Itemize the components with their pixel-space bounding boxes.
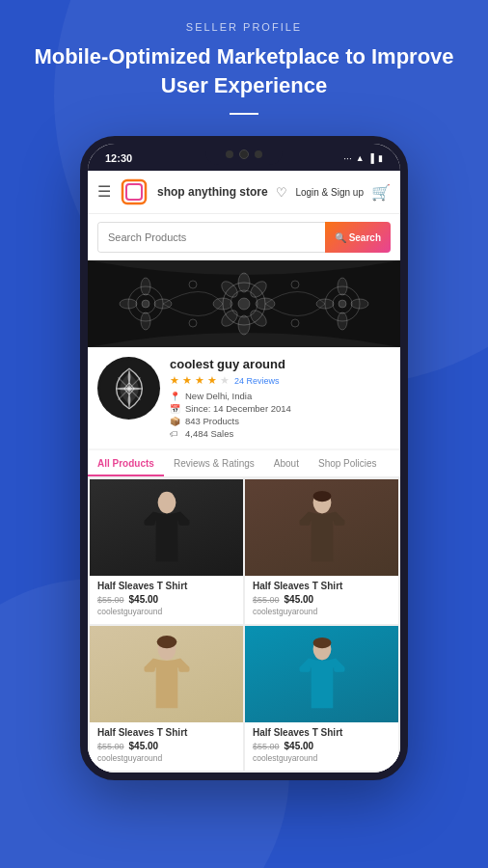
location-row: 📍 New Delhi, India	[170, 391, 391, 401]
svg-point-45	[312, 491, 331, 502]
star-2: ★	[182, 374, 192, 387]
hamburger-icon[interactable]: ☰	[97, 184, 111, 200]
product-image-2	[245, 479, 398, 576]
tab-all-products[interactable]: All Products	[88, 450, 164, 476]
sale-price-3: $45.00	[129, 741, 159, 751]
svg-point-24	[338, 278, 347, 295]
product-seller-3: coolestguyaround	[97, 753, 235, 763]
svg-point-5	[238, 298, 250, 310]
login-link[interactable]: Login & Sign up	[295, 187, 364, 198]
price-row-4: $55.00 $45.00	[253, 741, 391, 751]
status-time: 12:30	[105, 152, 132, 164]
product-name-2: Half Sleaves T Shirt	[253, 581, 391, 591]
banner	[88, 260, 400, 347]
products-grid: Half Sleaves T Shirt $55.00 $45.00 coole…	[88, 477, 400, 773]
svg-point-39	[157, 492, 176, 514]
svg-point-19	[120, 299, 137, 309]
nav-icons: ♡ Login & Sign up 🛒	[276, 183, 391, 202]
sale-price-4: $45.00	[285, 741, 314, 751]
status-icons: ··· ▲ ▐ ▮	[343, 153, 383, 164]
tshirt-svg-3	[133, 636, 201, 713]
star-3: ★	[195, 374, 204, 387]
seller-since: Since: 14 December 2014	[185, 403, 291, 414]
product-seller-2: coolestguyaround	[253, 607, 391, 616]
tab-reviews[interactable]: Reviews & Ratings	[164, 450, 264, 476]
svg-rect-40	[144, 520, 154, 526]
product-seller-4: coolestguyaround	[253, 753, 391, 763]
phone-frame: 12:30 ··· ▲ ▐ ▮ ☰ shop anything store ♡ …	[80, 136, 408, 780]
svg-point-49	[156, 636, 176, 648]
seller-sales: 4,484 Sales	[185, 428, 233, 439]
svg-point-53	[312, 637, 331, 648]
cart-icon[interactable]: 🛒	[371, 183, 391, 202]
tab-about[interactable]: About	[264, 450, 309, 476]
product-image-3	[90, 626, 243, 722]
search-input-wrap	[97, 222, 325, 253]
search-bar: 🔍 Search	[88, 214, 400, 260]
search-button[interactable]: 🔍 Search	[325, 222, 391, 253]
ellipsis-icon: ···	[343, 153, 351, 164]
price-row-1: $55.00 $45.00	[97, 594, 235, 605]
product-info-3: Half Sleaves T Shirt $55.00 $45.00 coole…	[90, 722, 243, 763]
seller-info: coolest guy around ★ ★ ★ ★ ★ 24 Reviews …	[170, 357, 391, 439]
product-name-4: Half Sleaves T Shirt	[253, 727, 391, 738]
product-image-4	[245, 626, 398, 722]
top-section: SELLER PROFILE Mobile-Optimized Marketpl…	[0, 0, 488, 132]
product-card-2[interactable]: Half Sleaves T Shirt $55.00 $45.00 coole…	[245, 479, 398, 624]
svg-point-7	[238, 315, 250, 335]
search-input[interactable]	[98, 223, 325, 252]
phone-notch	[205, 144, 283, 165]
svg-point-38	[126, 386, 132, 392]
product-name-1: Half Sleaves T Shirt	[97, 581, 235, 591]
svg-point-17	[141, 278, 150, 295]
sale-price-1: $45.00	[129, 594, 159, 605]
original-price-3: $55.00	[97, 742, 124, 751]
product-info-2: Half Sleaves T Shirt $55.00 $45.00 coole…	[245, 576, 398, 616]
svg-rect-51	[299, 666, 310, 672]
wifi-icon: ▲	[356, 153, 365, 163]
notch-camera	[239, 149, 249, 159]
price-row-3: $55.00 $45.00	[97, 741, 235, 751]
heart-icon: ♡	[276, 185, 287, 200]
svg-point-25	[338, 312, 347, 330]
notch-dot-2	[255, 150, 262, 158]
svg-rect-52	[334, 666, 344, 672]
tshirt-svg-2	[288, 489, 356, 566]
product-card-1[interactable]: Half Sleaves T Shirt $55.00 $45.00 coole…	[90, 479, 243, 624]
signal-icon: ▐	[368, 153, 374, 163]
svg-point-27	[351, 299, 368, 309]
product-img-teal	[245, 626, 398, 722]
svg-point-6	[238, 273, 250, 292]
star-1: ★	[170, 374, 179, 387]
tshirt-svg-4	[288, 636, 356, 713]
reviews-link[interactable]: 24 Reviews	[234, 376, 280, 386]
app-header: ☰ shop anything store ♡ Login & Sign up …	[88, 171, 400, 214]
seller-profile-label: SELLER PROFILE	[29, 21, 459, 33]
sale-price-2: $45.00	[285, 594, 314, 605]
product-card-4[interactable]: Half Sleaves T Shirt $55.00 $45.00 coole…	[245, 626, 398, 771]
battery-icon: ▮	[378, 153, 383, 163]
product-img-beige	[90, 626, 243, 722]
product-card-3[interactable]: Half Sleaves T Shirt $55.00 $45.00 coole…	[90, 626, 243, 771]
svg-rect-48	[178, 666, 189, 672]
product-image-1	[90, 479, 243, 576]
product-img-brown	[245, 479, 398, 576]
star-4: ★	[207, 374, 217, 387]
tab-shop-policies[interactable]: Shop Policies	[309, 450, 387, 476]
original-price-1: $55.00	[97, 595, 124, 605]
product-seller-1: coolestguyaround	[97, 607, 235, 616]
calendar-icon: 📅	[170, 404, 181, 414]
seller-profile-section: coolest guy around ★ ★ ★ ★ ★ 24 Reviews …	[88, 347, 400, 448]
product-info-4: Half Sleaves T Shirt $55.00 $45.00 coole…	[245, 722, 398, 763]
svg-point-16	[142, 300, 149, 308]
seller-location: New Delhi, India	[185, 391, 252, 401]
product-img-black	[90, 479, 243, 576]
tag-icon: 🏷	[170, 429, 181, 439]
svg-rect-1	[126, 184, 142, 200]
product-info-1: Half Sleaves T Shirt $55.00 $45.00 coole…	[90, 576, 243, 616]
svg-rect-44	[334, 520, 344, 526]
seller-products: 843 Products	[185, 416, 239, 426]
main-title: Mobile-Optimized Marketplace to Improve …	[29, 42, 459, 99]
title-divider	[230, 113, 258, 115]
svg-rect-41	[178, 520, 189, 526]
